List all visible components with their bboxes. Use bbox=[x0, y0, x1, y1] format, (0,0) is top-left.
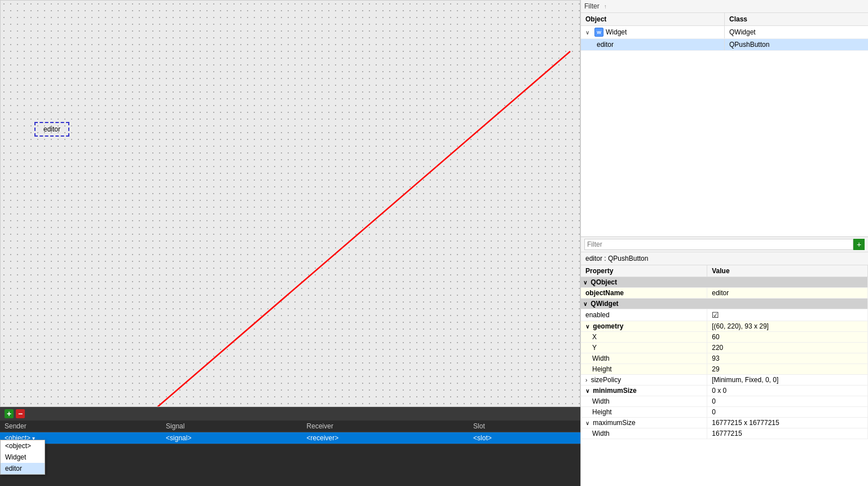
remove-signal-button[interactable]: − bbox=[16, 409, 25, 418]
properties-table[interactable]: Property Value ∨ QObject bbox=[581, 265, 868, 486]
prop-row-maximumsize[interactable]: ∨ maximumSize 16777215 x 16777215 bbox=[581, 418, 868, 428]
signals-toolbar: + − bbox=[0, 407, 580, 421]
tree-row-widget[interactable]: ∨ W Widget QWidget bbox=[581, 26, 868, 39]
prop-row-height[interactable]: Height 29 bbox=[581, 364, 868, 375]
object-tree-header: Object Class bbox=[581, 13, 868, 26]
prop-width-value[interactable]: 93 bbox=[707, 353, 868, 364]
properties-add-button[interactable]: + bbox=[853, 239, 865, 250]
prop-row-x[interactable]: X 60 bbox=[581, 332, 868, 343]
prop-minwidth-value[interactable]: 0 bbox=[707, 396, 868, 407]
widget-icon: W bbox=[594, 28, 603, 37]
object-filter-label: Filter bbox=[584, 2, 600, 10]
prop-y-label: Y bbox=[581, 343, 707, 353]
prop-table: Property Value ∨ QObject bbox=[581, 265, 868, 439]
prop-height-value[interactable]: 29 bbox=[707, 364, 868, 375]
geometry-chevron: ∨ bbox=[585, 323, 589, 330]
dropdown-item-editor[interactable]: editor bbox=[1, 463, 45, 474]
svg-line-1 bbox=[125, 51, 570, 406]
prop-height-label: Height bbox=[581, 364, 707, 375]
canvas-container: editor bbox=[0, 0, 580, 407]
signal-cell-receiver[interactable]: <receiver> bbox=[302, 432, 469, 444]
main-layout: editor + − bbox=[0, 0, 868, 486]
prop-col-value: Value bbox=[707, 265, 868, 277]
prop-minimumsize-value: 0 x 0 bbox=[707, 386, 868, 396]
signal-cell-slot[interactable]: <slot> bbox=[469, 432, 580, 444]
prop-enabled-value[interactable]: ☑ bbox=[707, 309, 868, 321]
maximumsize-chevron: ∨ bbox=[585, 420, 589, 426]
dropdown-item-object[interactable]: <object> bbox=[1, 440, 45, 452]
widget-expand-icon: ∨ bbox=[585, 29, 592, 36]
prop-x-value[interactable]: 60 bbox=[707, 332, 868, 343]
prop-row-enabled[interactable]: enabled ☑ bbox=[581, 309, 868, 321]
prop-maximumsize-label: ∨ maximumSize bbox=[581, 418, 707, 428]
prop-y-value[interactable]: 220 bbox=[707, 343, 868, 353]
canvas-area: editor + − bbox=[0, 0, 580, 486]
canvas-widget-button[interactable]: editor bbox=[34, 122, 69, 137]
prop-x-label: X bbox=[581, 332, 707, 343]
object-tree[interactable]: ∨ W Widget QWidget editor QPushButton bbox=[581, 26, 868, 237]
prop-col-property: Property bbox=[581, 265, 707, 277]
connection-arrow bbox=[1, 1, 580, 406]
qwidget-chevron: ∨ bbox=[583, 301, 587, 307]
sender-dropdown[interactable]: <object> Widget editor bbox=[0, 440, 45, 475]
prop-minheight-value[interactable]: 0 bbox=[707, 407, 868, 418]
prop-row-minheight[interactable]: Height 0 bbox=[581, 407, 868, 418]
prop-geometry-value: [(60, 220), 93 x 29] bbox=[707, 321, 868, 332]
prop-maximumsize-value: 16777215 x 16777215 bbox=[707, 418, 868, 428]
signals-area: + − Sender Signal Receiver Slot <object> bbox=[0, 407, 580, 486]
tree-row-editor-object[interactable]: editor bbox=[581, 39, 725, 50]
signal-row[interactable]: <object> ▾ <signal> <receiver> <slot> bbox=[0, 432, 580, 444]
prop-row-y[interactable]: Y 220 bbox=[581, 343, 868, 353]
signals-table: Sender Signal Receiver Slot <object> ▾ <… bbox=[0, 421, 580, 444]
properties-filter-input[interactable] bbox=[584, 239, 853, 250]
prop-row-sizepolicy[interactable]: › sizePolicy [Minimum, Fixed, 0, 0] bbox=[581, 375, 868, 386]
object-col-object-header: Object bbox=[581, 13, 725, 25]
tree-row-editor-name: editor bbox=[597, 41, 614, 49]
tree-row-widget-object[interactable]: ∨ W Widget bbox=[581, 26, 725, 38]
properties-panel: + editor : QPushButton Property Value bbox=[581, 237, 868, 486]
sizepolicy-chevron: › bbox=[585, 377, 587, 383]
prop-minheight-label: Height bbox=[581, 407, 707, 418]
tree-row-editor-class: QPushButton bbox=[725, 39, 868, 50]
prop-group-qwidget-label: ∨ QWidget bbox=[581, 299, 868, 309]
signal-cell-signal[interactable]: <signal> bbox=[161, 432, 302, 444]
prop-sizepolicy-value: [Minimum, Fixed, 0, 0] bbox=[707, 375, 868, 386]
tree-row-editor[interactable]: editor QPushButton bbox=[581, 39, 868, 51]
prop-geometry-label: ∨ geometry bbox=[581, 321, 707, 332]
prop-enabled-label: enabled bbox=[581, 309, 707, 321]
signal-col-signal: Signal bbox=[161, 421, 302, 432]
prop-maxwidth-label: Width bbox=[581, 428, 707, 439]
prop-row-maxwidth[interactable]: Width 16777215 bbox=[581, 428, 868, 439]
prop-maxwidth-value[interactable]: 16777215 bbox=[707, 428, 868, 439]
signal-col-sender: Sender bbox=[0, 421, 161, 432]
object-filter-bar: Filter ↑ bbox=[581, 0, 868, 13]
minimumsize-chevron: ∨ bbox=[585, 388, 589, 394]
prop-row-width[interactable]: Width 93 bbox=[581, 353, 868, 364]
prop-row-geometry[interactable]: ∨ geometry [(60, 220), 93 x 29] bbox=[581, 321, 868, 332]
prop-group-qobject: ∨ QObject bbox=[581, 277, 868, 288]
properties-title: editor : QPushButton bbox=[581, 252, 868, 265]
prop-width-label: Width bbox=[581, 353, 707, 364]
prop-sizepolicy-label: › sizePolicy bbox=[581, 375, 707, 386]
prop-objectname-label: objectName bbox=[581, 288, 707, 299]
prop-minimumsize-label: ∨ minimumSize bbox=[581, 386, 707, 396]
properties-filter-bar: + bbox=[581, 237, 868, 252]
canvas-button-label: editor bbox=[43, 125, 60, 133]
prop-row-minimumsize[interactable]: ∨ minimumSize 0 x 0 bbox=[581, 386, 868, 396]
object-col-class-header: Class bbox=[725, 13, 868, 25]
canvas-dotted[interactable]: editor bbox=[1, 1, 580, 406]
prop-group-qobject-label: ∨ QObject bbox=[581, 277, 868, 288]
qobject-chevron: ∨ bbox=[583, 279, 587, 286]
prop-row-objectname[interactable]: objectName editor bbox=[581, 288, 868, 299]
signal-col-receiver: Receiver bbox=[302, 421, 469, 432]
right-panel: Filter ↑ Object Class ∨ W Widget QWidget bbox=[580, 0, 868, 486]
add-signal-button[interactable]: + bbox=[5, 409, 14, 418]
filter-sort-icon: ↑ bbox=[604, 3, 607, 10]
object-inspector: Filter ↑ Object Class ∨ W Widget QWidget bbox=[581, 0, 868, 237]
dropdown-item-widget[interactable]: Widget bbox=[1, 452, 45, 463]
prop-minwidth-label: Width bbox=[581, 396, 707, 407]
tree-row-widget-class: QWidget bbox=[725, 27, 868, 38]
prop-row-minwidth[interactable]: Width 0 bbox=[581, 396, 868, 407]
prop-group-qwidget: ∨ QWidget bbox=[581, 299, 868, 309]
prop-objectname-value[interactable]: editor bbox=[707, 288, 868, 299]
